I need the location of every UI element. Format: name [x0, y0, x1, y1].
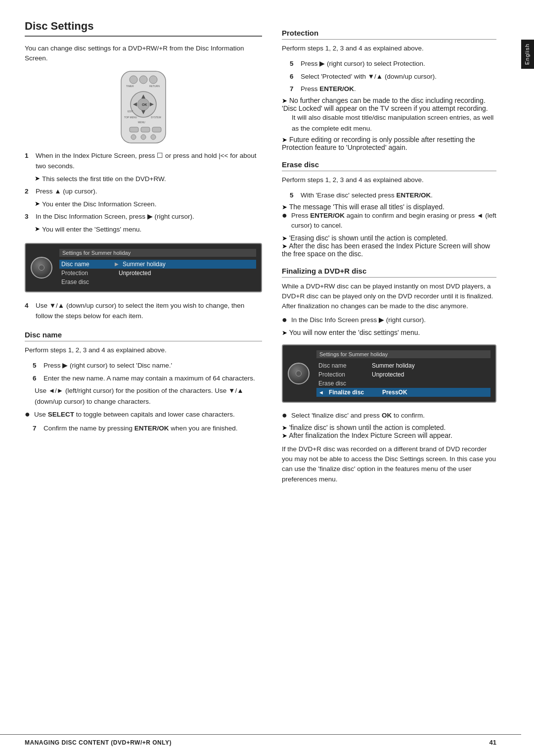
screen-row-erase: Erase disc: [59, 278, 256, 286]
page-footer: Managing disc content (DVD+RW/+R only) 4…: [0, 734, 521, 746]
step-4: 4 Use ▼/▲ (down/up cursor) to select the…: [25, 300, 262, 322]
svg-text:EDIT: EDIT: [128, 110, 133, 113]
step-2-sub: ➤ You enter the Disc Information Screen.: [35, 199, 262, 210]
step-1-text: When in the Index Picture Screen, press …: [36, 150, 262, 172]
protection-step-5: 5 Press ▶ (right cursor) to select Prote…: [290, 58, 496, 69]
finalizing-bullet-confirm: ● Select 'finalize disc' and press OK to…: [282, 411, 496, 421]
disc-name-step-5: 5 Press ▶ (right cursor) to select 'Disc…: [33, 360, 262, 371]
step-4-text: Use ▼/▲ (down/up cursor) to select the i…: [36, 300, 262, 322]
svg-text:TOP MENU: TOP MENU: [124, 116, 137, 119]
step-4-num: 4: [25, 300, 33, 322]
protection-step-7: 7 Press ENTER/OK.: [290, 84, 496, 94]
disc-name-step-6: 6 Enter the new name. A name may contain…: [33, 373, 262, 384]
right-column: Protection Perform steps 1, 2, 3 and 4 a…: [282, 20, 496, 488]
svg-text:OK: OK: [142, 103, 147, 106]
step-2-text: Press ▲ (up cursor).: [36, 186, 97, 197]
svg-point-22: [151, 135, 156, 140]
svg-text:SYSTEM: SYSTEM: [151, 116, 161, 119]
disc-icon-1: [31, 257, 52, 279]
screen-menu-2: Settings for Summer holiday Disc name Su…: [316, 350, 490, 397]
erase-disc-steps: 5 With 'Erase disc' selected press ENTER…: [282, 190, 496, 201]
screen-row-disc-name: Disc name ▶ Summer holiday: [59, 260, 256, 269]
disc-icon-2: [288, 363, 310, 384]
erase-disc-intro: Perform steps 1, 2, 3 and 4 as explained…: [282, 175, 496, 185]
erase-bullet-confirm: ● Press ENTER/OK again to confirm and be…: [282, 211, 496, 231]
disc-name-step-5-text: Press ▶ (right cursor) to select 'Disc n…: [44, 360, 172, 371]
step-4-container: 4 Use ▼/▲ (down/up cursor) to select the…: [25, 300, 262, 322]
svg-text:TIMER: TIMER: [126, 85, 134, 88]
step-1: 1 When in the Index Picture Screen, pres…: [25, 150, 262, 172]
erase-note-2: ➤ 'Erasing disc' is shown until the acti…: [282, 234, 496, 242]
screen2-row-finalize: ◄ Finalize disc PressOK: [316, 388, 490, 397]
screen2-row-erase: Erase disc: [316, 379, 490, 388]
protection-intro: Perform steps 1, 2, 3 and 4 as explained…: [282, 44, 496, 53]
svg-point-3: [149, 76, 157, 84]
page-intro: You can change disc settings for a DVD+R…: [25, 44, 262, 64]
protection-note-1: ➤ No further changes can be made to the …: [282, 96, 496, 112]
screen2-row-protection: Protection Unprotected: [316, 370, 490, 379]
finalizing-footer-note: If the DVD+R disc was recorded on a diff…: [282, 444, 496, 484]
disc-name-steps: 5 Press ▶ (right cursor) to select 'Disc…: [25, 360, 262, 383]
disc-name-step-7-container: 7 Confirm the name by pressing ENTER/OK …: [25, 423, 262, 434]
step-1-sub: ➤ This selects the first title on the DV…: [35, 174, 262, 185]
svg-point-1: [130, 76, 137, 84]
section-disc-name: Disc name: [25, 331, 262, 341]
finalizing-note-1: ➤ You will now enter the 'disc settings'…: [282, 329, 496, 336]
screen-display-2: Settings for Summer holiday Disc name Su…: [282, 344, 496, 403]
remote-image-container: TIMER RETURN OK EDIT TOP: [25, 69, 262, 145]
finalizing-intro: While a DVD+RW disc can be played instan…: [282, 282, 496, 312]
screen-row-protection: Protection Unprotected: [59, 269, 256, 278]
remote-svg: TIMER RETURN OK EDIT TOP: [101, 69, 185, 145]
svg-text:MENU: MENU: [138, 121, 145, 124]
footer-page-number: 41: [490, 739, 496, 746]
section-erase-disc: Erase disc: [282, 160, 496, 171]
finalizing-bullet-1: ● In the Disc Info Screen press ▶ (right…: [282, 315, 496, 325]
language-tab-label: English: [524, 44, 530, 65]
step-2: 2 Press ▲ (up cursor).: [25, 186, 262, 197]
erase-note-1: ➤ The message 'This will erase all title…: [282, 203, 496, 211]
screen-display-1: Settings for Summer holiday Disc name ▶ …: [25, 243, 262, 292]
step-1-num: 1: [25, 150, 33, 172]
svg-rect-17: [130, 127, 138, 132]
step-2-num: 2: [25, 186, 33, 197]
screen-menu-1: Settings for Summer holiday Disc name ▶ …: [59, 249, 256, 286]
disc-name-step-7: 7 Confirm the name by pressing ENTER/OK …: [33, 423, 262, 434]
step-3: 3 In the Disc Information Screen, press …: [25, 211, 262, 222]
screen-title-2: Settings for Summer holiday: [316, 350, 490, 358]
disc-name-intro: Perform steps 1, 2, 3 and 4 as explained…: [25, 345, 262, 355]
erase-note-3: ➤ After the disc has been erased the Ind…: [282, 242, 496, 258]
disc-name-note-1: Use ◄/► (left/right cursor) for the posi…: [35, 385, 262, 407]
page-title: Disc Settings: [25, 20, 262, 37]
screen-title-1: Settings for Summer holiday: [59, 249, 256, 257]
disc-name-bullet-select: ● Use SELECT to toggle between capitals …: [25, 410, 262, 420]
step-3-num: 3: [25, 211, 33, 222]
left-column: Disc Settings You can change disc settin…: [25, 20, 262, 488]
svg-rect-19: [152, 127, 161, 132]
svg-point-21: [141, 135, 146, 140]
svg-rect-18: [141, 127, 150, 132]
language-tab: English: [521, 40, 534, 69]
svg-point-20: [131, 135, 136, 140]
svg-point-2: [139, 76, 147, 84]
finalizing-note-3: ➤ After finalization the Index Picture S…: [282, 431, 496, 439]
step-3-text: In the Disc Information Screen, press ▶ …: [36, 211, 194, 222]
section-protection: Protection: [282, 29, 496, 40]
footer-left-text: Managing disc content (DVD+RW/+R only): [25, 739, 172, 746]
protection-note-3: ➤ Future editing or recording is only po…: [282, 136, 496, 151]
section-finalizing: Finalizing a DVD+R disc: [282, 267, 496, 278]
finalizing-note-2: ➤ 'finalize disc' is shown until the act…: [282, 424, 496, 431]
main-steps: 1 When in the Index Picture Screen, pres…: [25, 150, 262, 235]
svg-text:RETURN: RETURN: [149, 85, 160, 88]
protection-step-6: 6 Select 'Protected' with ▼/▲ (down/up c…: [290, 71, 496, 82]
screen2-row-disc-name: Disc name Summer holiday: [316, 361, 490, 370]
protection-steps: 5 Press ▶ (right cursor) to select Prote…: [282, 58, 496, 94]
erase-disc-step-5: 5 With 'Erase disc' selected press ENTER…: [290, 190, 496, 201]
protection-note-2: It will also disable most title/disc man…: [292, 112, 496, 134]
disc-name-step-6-text: Enter the new name. A name may contain a…: [44, 373, 255, 384]
step-3-sub: ➤ You will enter the 'Settings' menu.: [35, 224, 262, 235]
